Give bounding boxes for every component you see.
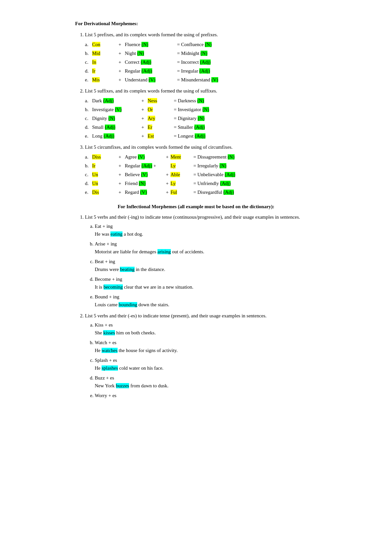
- s-base-a: Dark (Adj): [92, 97, 138, 105]
- es-example-a: She kisses him on both cheeks.: [95, 329, 317, 337]
- es-item-b: Watch + es He watches the house for sign…: [95, 339, 317, 354]
- es-example-d: New York buzzes from dawn to dusk.: [95, 382, 317, 390]
- letter-d: d.: [85, 67, 92, 75]
- c-base-d: Friend (N): [125, 179, 164, 187]
- plus-e: +: [115, 76, 125, 84]
- prefix-row-c: c. In + Correct (Adj) = Incorrect (Adj): [85, 58, 317, 66]
- es-item-a: Kiss + es She kisses him on both cheeks.: [95, 321, 317, 337]
- result-c: = Incorrect (Adj): [177, 58, 236, 66]
- base-a: Fluence (N): [125, 41, 177, 48]
- ing-item-d: Become + ing It is becoming clear that w…: [95, 275, 317, 291]
- es-item-e: Worry + es: [95, 392, 317, 399]
- s-plus-e: +: [138, 132, 148, 140]
- result-e: = Misunderstand (V): [177, 76, 236, 84]
- c-plus2-d: +: [164, 179, 171, 187]
- c-plus1-a: +: [115, 153, 125, 161]
- ing-item-c: Beat + ing Drums were beating in the dis…: [95, 258, 317, 273]
- s-plus-a: +: [138, 97, 148, 105]
- q2-suffixes: List 5 suffixes, and its complex words f…: [85, 87, 317, 140]
- result-d: = Irregular (Adj): [177, 67, 236, 75]
- ing-example-d: It is becoming clear that we are in a ne…: [95, 283, 317, 291]
- s-base-c: Dignity (N): [92, 114, 138, 122]
- prefix-row-b: b. Mid + Night (N) = Midnight (N): [85, 49, 317, 57]
- inflectional-questions: List 5 verbs and their (-ing) to indicat…: [75, 213, 317, 399]
- s-result-b: = Investigator (N): [174, 106, 233, 113]
- c-letter-b: b.: [85, 162, 92, 170]
- q2-intro: List 5 suffixes, and its complex words f…: [85, 88, 217, 93]
- inf-q2: List 5 verbs and their (-es) to indicate…: [85, 312, 317, 399]
- prefix-b: Mid: [92, 49, 115, 57]
- q3-circumfixes: List 5 circumfixes, and its complex word…: [85, 143, 317, 196]
- c-prefix-a: Diss: [92, 153, 115, 161]
- suffix-row-a: a. Dark (Adj) + Ness = Darkness (N): [85, 97, 317, 105]
- ing-item-b: Arise + ing Motorist are liable for dema…: [95, 240, 317, 256]
- circumfixes-table: a. Diss + Agree (V) + Ment = Dissagreeme…: [85, 153, 317, 196]
- inf-q2-intro: List 5 verbs and their (-es) to indicate…: [85, 313, 267, 318]
- c-result-c: = Unbelievable (Adj): [193, 171, 235, 178]
- ing-formula-d: Become + ing: [95, 275, 317, 283]
- c-prefix-c: Un: [92, 171, 115, 178]
- s-suffix-b: Or: [148, 106, 174, 113]
- main-questions-list: List 5 prefixes, and its complex words f…: [75, 31, 317, 196]
- prefix-e: Mis: [92, 76, 115, 84]
- suffix-row-e: e. Long (Adj) + Est = Longest (Adj): [85, 132, 317, 140]
- c-prefix-b: Ir: [92, 162, 115, 170]
- s-plus-d: +: [138, 123, 148, 131]
- letter-a: a.: [85, 41, 92, 48]
- s-result-e: = Longest (Adj): [174, 132, 233, 140]
- ing-list: Eat + ing He was eating a hot dog. Arise…: [85, 222, 317, 309]
- ing-formula-a: Eat + ing: [95, 222, 317, 230]
- ing-formula-b: Arise + ing: [95, 240, 317, 248]
- s-letter-a: a.: [85, 97, 92, 105]
- ing-item-a: Eat + ing He was eating a hot dog.: [95, 222, 317, 238]
- ing-example-b: Motorist are liable for demages arising …: [95, 248, 317, 256]
- es-item-d: Buzz + es New York buzzes from dawn to d…: [95, 374, 317, 390]
- s-result-c: = Dignitary (N): [174, 114, 233, 122]
- prefix-d: Ir: [92, 67, 115, 75]
- es-list: Kiss + es She kisses him on both cheeks.…: [85, 321, 317, 399]
- circ-row-e: e. Dis + Regard (V) + Ful = Disregardful…: [85, 188, 317, 196]
- suffix-row-b: b. Investigate (V) + Or = Investigator (…: [85, 106, 317, 113]
- c-suffix-b: Ly: [171, 162, 193, 170]
- plus-a: +: [115, 41, 125, 48]
- ing-example-c: Drums were beating in the distance.: [95, 265, 317, 273]
- prefix-a: Con: [92, 41, 115, 48]
- s-base-e: Long (Adj): [92, 132, 138, 140]
- c-result-b: = Irregularly (N): [193, 162, 226, 170]
- s-suffix-c: Ary: [148, 114, 174, 122]
- base-d: Regular (Adj): [125, 67, 177, 75]
- s-letter-c: c.: [85, 114, 92, 122]
- letter-e: e.: [85, 76, 92, 84]
- circ-row-b: b. Ir + Regular (Adj) + Ly = Irregularly…: [85, 162, 317, 170]
- s-suffix-e: Est: [148, 132, 174, 140]
- suffix-row-c: c. Dignity (N) + Ary = Dignitary (N): [85, 114, 317, 122]
- c-result-a: = Dissagreement (N): [193, 153, 235, 161]
- c-plus1-d: +: [115, 179, 125, 187]
- suffixes-table: a. Dark (Adj) + Ness = Darkness (N) b. I…: [85, 97, 317, 140]
- c-result-d: = Unfriendly (Adj): [193, 179, 231, 187]
- c-letter-d: d.: [85, 179, 92, 187]
- inf-q1: List 5 verbs and their (-ing) to indicat…: [85, 213, 317, 309]
- es-formula-b: Watch + es: [95, 339, 317, 346]
- suffix-row-d: d. Small (Adj) + Er = Smaller (Adj): [85, 123, 317, 131]
- c-letter-c: c.: [85, 171, 92, 178]
- inf-q1-intro: List 5 verbs and their (-ing) to indicat…: [85, 214, 300, 220]
- c-base-e: Regard (V): [125, 188, 164, 196]
- s-letter-e: e.: [85, 132, 92, 140]
- es-formula-a: Kiss + es: [95, 321, 317, 329]
- c-suffix-e: Ful: [171, 188, 193, 196]
- s-letter-b: b.: [85, 106, 92, 113]
- es-formula-c: Splash + es: [95, 356, 317, 364]
- base-b: Night (N): [125, 49, 177, 57]
- plus-c: +: [115, 58, 125, 66]
- section-title-derivational: For Derivational Morphemes:: [75, 20, 317, 27]
- c-plus2-a: +: [164, 153, 171, 161]
- s-suffix-d: Er: [148, 123, 174, 131]
- es-example-c: He splashes cold water on his face.: [95, 364, 317, 372]
- c-plus1-b: +: [115, 162, 125, 170]
- c-plus1-e: +: [115, 188, 125, 196]
- base-e: Understand (V): [125, 76, 177, 84]
- base-c: Correct (Adj): [125, 58, 177, 66]
- es-example-b: He watches the house for signs of activi…: [95, 346, 317, 354]
- s-plus-b: +: [138, 106, 148, 113]
